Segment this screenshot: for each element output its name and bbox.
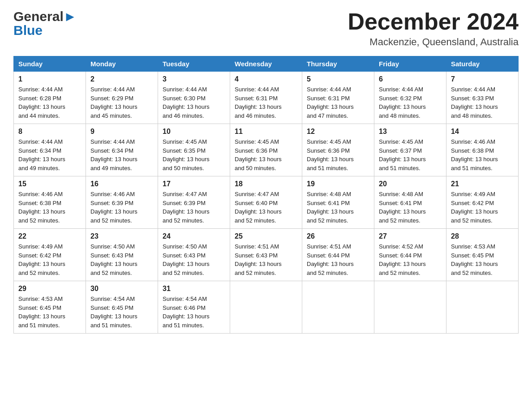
calendar-cell: 28Sunrise: 4:53 AMSunset: 6:45 PMDayligh… <box>446 229 519 281</box>
day-number: 4 <box>235 75 297 83</box>
day-number: 18 <box>235 180 297 188</box>
day-number: 7 <box>451 75 514 83</box>
calendar-cell <box>302 281 374 334</box>
header-thursday: Thursday <box>302 56 374 72</box>
calendar-cell: 17Sunrise: 4:47 AMSunset: 6:39 PMDayligh… <box>158 176 230 229</box>
day-number: 17 <box>163 180 225 188</box>
day-info: Sunrise: 4:44 AMSunset: 6:33 PMDaylight:… <box>451 85 514 120</box>
calendar-week-row: 29Sunrise: 4:53 AMSunset: 6:45 PMDayligh… <box>14 281 519 334</box>
calendar-cell: 14Sunrise: 4:46 AMSunset: 6:38 PMDayligh… <box>446 124 519 176</box>
calendar-cell: 6Sunrise: 4:44 AMSunset: 6:32 PMDaylight… <box>374 72 446 124</box>
calendar-cell: 27Sunrise: 4:52 AMSunset: 6:44 PMDayligh… <box>374 229 446 281</box>
day-number: 2 <box>90 75 153 83</box>
calendar-cell: 9Sunrise: 4:44 AMSunset: 6:34 PMDaylight… <box>86 124 158 176</box>
day-info: Sunrise: 4:46 AMSunset: 6:38 PMDaylight:… <box>18 190 81 225</box>
day-info: Sunrise: 4:50 AMSunset: 6:43 PMDaylight:… <box>163 242 225 277</box>
calendar-table: SundayMondayTuesdayWednesdayThursdayFrid… <box>13 56 519 334</box>
day-info: Sunrise: 4:44 AMSunset: 6:29 PMDaylight:… <box>90 85 153 120</box>
location-subtitle: Mackenzie, Queensland, Australia <box>348 36 519 48</box>
day-number: 12 <box>307 128 369 136</box>
day-number: 27 <box>379 232 442 240</box>
calendar-cell: 2Sunrise: 4:44 AMSunset: 6:29 PMDaylight… <box>86 72 158 124</box>
day-info: Sunrise: 4:44 AMSunset: 6:30 PMDaylight:… <box>163 85 225 120</box>
logo-general-text: General <box>13 9 64 24</box>
calendar-cell: 24Sunrise: 4:50 AMSunset: 6:43 PMDayligh… <box>158 229 230 281</box>
day-info: Sunrise: 4:45 AMSunset: 6:35 PMDaylight:… <box>163 137 225 172</box>
day-number: 1 <box>18 75 81 83</box>
day-number: 30 <box>90 285 153 293</box>
day-number: 22 <box>18 232 81 240</box>
calendar-week-row: 1Sunrise: 4:44 AMSunset: 6:28 PMDaylight… <box>14 72 519 124</box>
day-number: 20 <box>379 180 442 188</box>
calendar-cell <box>230 281 302 334</box>
header-tuesday: Tuesday <box>158 56 230 72</box>
calendar-cell: 16Sunrise: 4:46 AMSunset: 6:39 PMDayligh… <box>86 176 158 229</box>
day-number: 3 <box>163 75 225 83</box>
calendar-cell: 12Sunrise: 4:45 AMSunset: 6:36 PMDayligh… <box>302 124 374 176</box>
day-info: Sunrise: 4:52 AMSunset: 6:44 PMDaylight:… <box>379 242 442 277</box>
day-info: Sunrise: 4:49 AMSunset: 6:42 PMDaylight:… <box>18 242 81 277</box>
calendar-cell <box>446 281 519 334</box>
calendar-cell: 3Sunrise: 4:44 AMSunset: 6:30 PMDaylight… <box>158 72 230 124</box>
day-number: 13 <box>379 128 442 136</box>
day-number: 11 <box>235 128 297 136</box>
day-number: 29 <box>18 285 81 293</box>
day-number: 14 <box>451 128 514 136</box>
day-info: Sunrise: 4:48 AMSunset: 6:41 PMDaylight:… <box>307 190 369 225</box>
logo-line2: Blue <box>13 23 77 38</box>
day-number: 15 <box>18 180 81 188</box>
day-number: 23 <box>90 232 153 240</box>
day-info: Sunrise: 4:54 AMSunset: 6:46 PMDaylight:… <box>163 295 225 330</box>
day-info: Sunrise: 4:49 AMSunset: 6:42 PMDaylight:… <box>451 190 514 225</box>
day-info: Sunrise: 4:53 AMSunset: 6:45 PMDaylight:… <box>451 242 514 277</box>
logo: General► Blue <box>13 9 77 38</box>
calendar-cell: 22Sunrise: 4:49 AMSunset: 6:42 PMDayligh… <box>14 229 86 281</box>
day-number: 8 <box>18 128 81 136</box>
calendar-cell: 21Sunrise: 4:49 AMSunset: 6:42 PMDayligh… <box>446 176 519 229</box>
header-monday: Monday <box>86 56 158 72</box>
day-number: 25 <box>235 232 297 240</box>
calendar-week-row: 8Sunrise: 4:44 AMSunset: 6:34 PMDaylight… <box>14 124 519 176</box>
day-info: Sunrise: 4:51 AMSunset: 6:43 PMDaylight:… <box>235 242 297 277</box>
header-sunday: Sunday <box>14 56 86 72</box>
day-info: Sunrise: 4:44 AMSunset: 6:31 PMDaylight:… <box>235 85 297 120</box>
day-number: 6 <box>379 75 442 83</box>
day-info: Sunrise: 4:54 AMSunset: 6:45 PMDaylight:… <box>90 295 153 330</box>
page-header: General► Blue December 2024 Mackenzie, Q… <box>13 9 519 48</box>
calendar-cell: 10Sunrise: 4:45 AMSunset: 6:35 PMDayligh… <box>158 124 230 176</box>
header-friday: Friday <box>374 56 446 72</box>
day-info: Sunrise: 4:44 AMSunset: 6:34 PMDaylight:… <box>18 137 81 172</box>
calendar-week-row: 22Sunrise: 4:49 AMSunset: 6:42 PMDayligh… <box>14 229 519 281</box>
day-number: 5 <box>307 75 369 83</box>
calendar-week-row: 15Sunrise: 4:46 AMSunset: 6:38 PMDayligh… <box>14 176 519 229</box>
day-info: Sunrise: 4:44 AMSunset: 6:32 PMDaylight:… <box>379 85 442 120</box>
calendar-cell <box>374 281 446 334</box>
calendar-cell: 19Sunrise: 4:48 AMSunset: 6:41 PMDayligh… <box>302 176 374 229</box>
day-info: Sunrise: 4:53 AMSunset: 6:45 PMDaylight:… <box>18 295 81 330</box>
calendar-cell: 4Sunrise: 4:44 AMSunset: 6:31 PMDaylight… <box>230 72 302 124</box>
day-info: Sunrise: 4:44 AMSunset: 6:28 PMDaylight:… <box>18 85 81 120</box>
day-number: 16 <box>90 180 153 188</box>
calendar-cell: 29Sunrise: 4:53 AMSunset: 6:45 PMDayligh… <box>14 281 86 334</box>
day-info: Sunrise: 4:45 AMSunset: 6:37 PMDaylight:… <box>379 137 442 172</box>
calendar-cell: 7Sunrise: 4:44 AMSunset: 6:33 PMDaylight… <box>446 72 519 124</box>
day-info: Sunrise: 4:47 AMSunset: 6:39 PMDaylight:… <box>163 190 225 225</box>
calendar-cell: 15Sunrise: 4:46 AMSunset: 6:38 PMDayligh… <box>14 176 86 229</box>
logo-line1: General► <box>13 9 77 24</box>
title-area: December 2024 Mackenzie, Queensland, Aus… <box>348 9 519 48</box>
day-info: Sunrise: 4:47 AMSunset: 6:40 PMDaylight:… <box>235 190 297 225</box>
calendar-cell: 5Sunrise: 4:44 AMSunset: 6:31 PMDaylight… <box>302 72 374 124</box>
calendar-cell: 11Sunrise: 4:45 AMSunset: 6:36 PMDayligh… <box>230 124 302 176</box>
calendar-cell: 30Sunrise: 4:54 AMSunset: 6:45 PMDayligh… <box>86 281 158 334</box>
day-number: 10 <box>163 128 225 136</box>
day-info: Sunrise: 4:51 AMSunset: 6:44 PMDaylight:… <box>307 242 369 277</box>
day-number: 24 <box>163 232 225 240</box>
logo-arrow-icon: ► <box>64 9 77 24</box>
day-number: 19 <box>307 180 369 188</box>
day-info: Sunrise: 4:46 AMSunset: 6:39 PMDaylight:… <box>90 190 153 225</box>
day-number: 9 <box>90 128 153 136</box>
day-info: Sunrise: 4:44 AMSunset: 6:34 PMDaylight:… <box>90 137 153 172</box>
calendar-header-row: SundayMondayTuesdayWednesdayThursdayFrid… <box>14 56 519 72</box>
day-info: Sunrise: 4:50 AMSunset: 6:43 PMDaylight:… <box>90 242 153 277</box>
calendar-cell: 18Sunrise: 4:47 AMSunset: 6:40 PMDayligh… <box>230 176 302 229</box>
